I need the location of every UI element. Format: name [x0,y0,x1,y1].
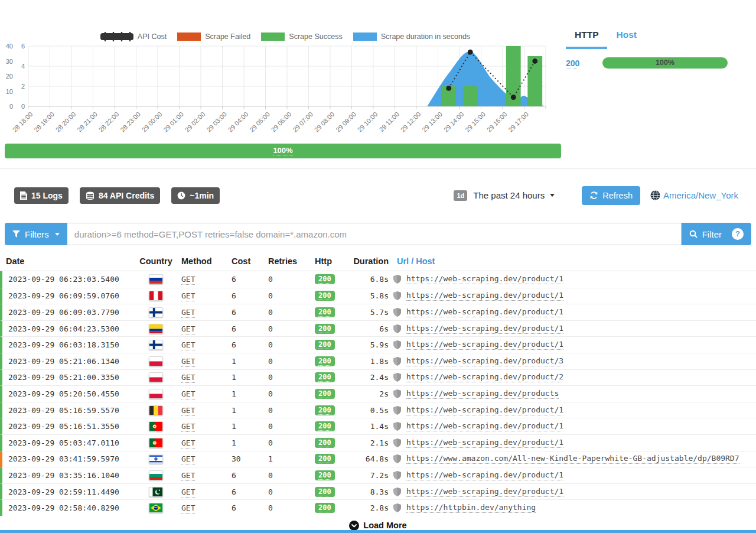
log-url-link[interactable]: https://web-scraping.dev/product/1 [406,340,563,350]
log-url-link[interactable]: https://web-scraping.dev/product/1 [406,470,563,480]
column-header-retries: Retries [263,256,309,266]
country-flag-pl [149,356,163,366]
http-status-badge[interactable]: 200 [315,307,335,317]
method-link[interactable]: GET [181,291,195,301]
method-link[interactable]: GET [181,340,195,350]
tab-host[interactable]: Host [607,26,645,49]
log-url-link[interactable]: https://web-scraping.dev/product/1 [406,487,563,497]
log-url-link[interactable]: https://web-scraping.dev/product/1 [406,324,563,334]
log-url-link[interactable]: https://web-scraping.dev/product/3 [406,356,563,366]
svg-text:20: 20 [6,73,13,80]
method-link[interactable]: GET [181,406,195,416]
legend-swatch [261,32,285,41]
help-button[interactable]: ? [732,228,744,240]
log-retries: 0 [263,324,309,333]
http-status-badge[interactable]: 200 [315,454,335,464]
log-url-link[interactable]: https://web-scraping.dev/product/1 [406,405,563,415]
method-link[interactable]: GET [181,422,195,432]
log-duration: 2.4s [350,373,389,382]
http-status-badge[interactable]: 200 [315,274,335,284]
log-date: 2023-09-29 05:16:59.5570 [2,406,135,415]
refresh-button[interactable]: Refresh [582,186,640,205]
log-cost: 6 [227,471,263,480]
log-retries: 0 [263,503,309,512]
log-duration: 8.3s [350,488,389,496]
method-link[interactable]: GET [181,373,195,383]
log-retries: 0 [263,308,309,317]
log-retries: 0 [263,471,309,480]
log-cost: 1 [227,373,263,382]
log-country [135,405,177,415]
log-url-link[interactable]: https://web-scraping.dev/product/1 [406,438,563,448]
http-status-badge[interactable]: 200 [315,356,335,366]
http-status-badge[interactable]: 200 [315,487,335,497]
period-label[interactable]: The past 24 hours [473,190,545,200]
log-cost: 6 [227,291,263,300]
timezone-selector: America/New_York [650,190,738,200]
legend-item-scrape-failed[interactable]: Scrape Failed [177,32,250,41]
timezone-link[interactable]: America/New_York [663,190,738,200]
log-url-link[interactable]: https://www.amazon.com/All-new-Kindle-Pa… [406,454,739,464]
svg-text:4: 4 [21,63,25,70]
legend-item-api-cost[interactable]: API Cost [100,31,167,42]
country-flag-bg [149,470,163,480]
tab-http[interactable]: HTTP [566,26,607,49]
method-link[interactable]: GET [181,503,195,514]
method-link[interactable]: GET [181,454,195,464]
method-link[interactable]: GET [181,471,195,481]
svg-text:29 01:00: 29 01:00 [162,110,185,134]
shield-icon [393,324,401,333]
method-link[interactable]: GET [181,389,195,399]
legend-item-scrape-duration-in-seconds[interactable]: Scrape duration in seconds [353,32,470,41]
log-country [135,340,177,350]
chevron-down-icon [55,233,60,236]
method-link[interactable]: GET [181,438,195,448]
log-url-link[interactable]: https://web-scraping.dev/products [406,389,559,399]
method-link[interactable]: GET [181,488,195,498]
http-status-badge[interactable]: 200 [315,389,335,399]
status-code-link[interactable]: 200 [566,58,602,68]
log-url-link[interactable]: https://httpbin.dev/anything [406,503,536,513]
load-more-label: Load More [363,521,406,530]
status-row: 200100% [566,57,728,69]
coins-icon [86,191,94,200]
svg-text:29 10:00: 29 10:00 [356,110,379,134]
http-status-badge[interactable]: 200 [315,340,335,350]
log-url-link[interactable]: https://web-scraping.dev/product/1 [406,291,563,301]
svg-text:2: 2 [21,83,25,90]
filter-query-input[interactable] [67,223,682,245]
log-url-link[interactable]: https://web-scraping.dev/product/2 [406,372,563,382]
svg-text:10: 10 [6,88,13,95]
method-link[interactable]: GET [181,275,195,285]
shield-icon [393,308,401,317]
http-status-badge[interactable]: 200 [315,438,335,448]
legend-item-scrape-success[interactable]: Scrape Success [261,32,342,41]
load-more-button[interactable]: Load More [0,521,756,531]
log-url-link[interactable]: https://web-scraping.dev/product/1 [406,274,563,284]
shield-icon [393,357,401,366]
http-status-badge[interactable]: 200 [315,421,335,431]
http-status-badge[interactable]: 200 [315,470,335,480]
table-row: 2023-09-29 06:23:03.5400GET602006.8shttp… [0,271,756,288]
log-duration: 5.9s [350,340,389,349]
http-status-badge[interactable]: 200 [315,503,335,513]
filter-submit-button[interactable]: Filter ? [682,223,751,245]
table-row: 2023-09-29 06:03:18.3150GET602005.9shttp… [0,336,756,353]
log-retries: 1 [263,454,309,463]
http-status-badge[interactable]: 200 [315,405,335,415]
success-rate-label: 100% [273,146,292,155]
log-url-link[interactable]: https://web-scraping.dev/product/1 [406,421,563,431]
log-url-link[interactable]: https://web-scraping.dev/product/1 [406,307,563,317]
clock-icon [177,191,185,200]
http-status-badge[interactable]: 200 [315,324,335,334]
method-link[interactable]: GET [181,308,195,318]
http-status-badge[interactable]: 200 [315,372,335,382]
method-link[interactable]: GET [181,357,195,367]
method-link[interactable]: GET [181,324,195,334]
http-status-badge[interactable]: 200 [315,291,335,301]
svg-text:28 18:00: 28 18:00 [11,110,34,134]
chevron-down-icon[interactable] [550,194,555,197]
column-header-url-host: Url / Host [389,256,756,266]
filters-dropdown-button[interactable]: Filters [5,223,67,245]
log-cost: 1 [227,406,263,415]
